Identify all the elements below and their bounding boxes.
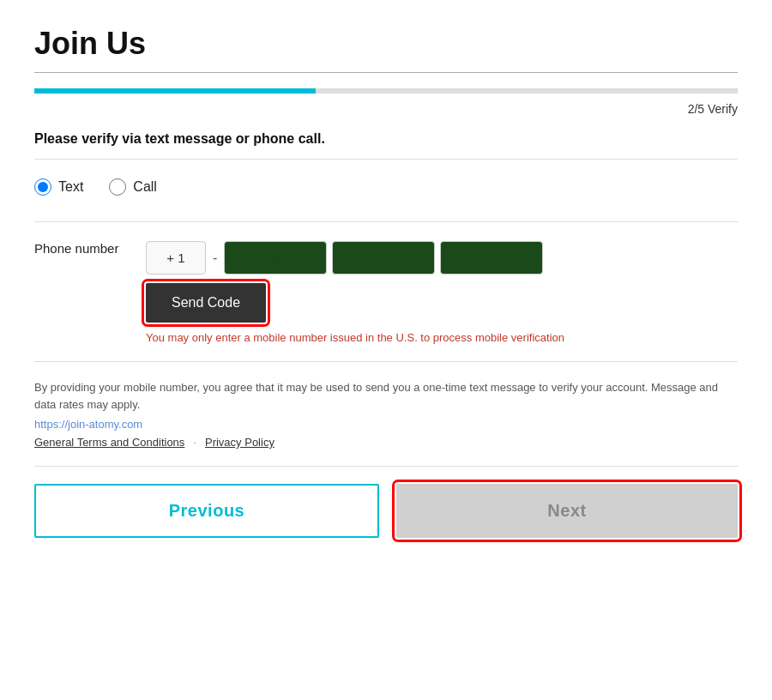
terms-link[interactable]: General Terms and Conditions xyxy=(34,436,184,449)
phone-inputs: - xyxy=(146,241,543,275)
phone-dash: - xyxy=(211,250,219,266)
nav-buttons: Previous Next xyxy=(34,484,738,538)
section-divider-1 xyxy=(34,159,738,160)
phone-area: Phone number - xyxy=(34,241,738,275)
policy-links: General Terms and Conditions · Privacy P… xyxy=(34,436,738,449)
step-label: 2/5 Verify xyxy=(34,102,738,116)
section-divider-2 xyxy=(34,221,738,222)
previous-button[interactable]: Previous xyxy=(34,484,379,538)
phone-inputs-container: - xyxy=(146,241,543,275)
radio-option-text[interactable]: Text xyxy=(34,178,83,196)
phone-label: Phone number xyxy=(34,241,146,256)
privacy-link[interactable]: Privacy Policy xyxy=(205,436,274,449)
phone-segment-3[interactable] xyxy=(440,241,543,275)
phone-section-divider xyxy=(34,361,738,362)
radio-text-label: Text xyxy=(58,179,83,195)
error-message: You may only enter a mobile number issue… xyxy=(146,331,738,344)
phone-segment-2[interactable] xyxy=(332,241,435,275)
next-button[interactable]: Next xyxy=(396,484,738,538)
phone-country-code[interactable] xyxy=(146,241,206,275)
policy-divider: · xyxy=(193,436,196,449)
send-code-button[interactable]: Send Code xyxy=(146,283,266,323)
consent-text: By providing your mobile number, you agr… xyxy=(34,379,738,413)
radio-text[interactable] xyxy=(34,178,51,196)
page-title: Join Us xyxy=(34,26,738,62)
progress-bar-container xyxy=(34,88,738,94)
bottom-divider xyxy=(34,466,738,467)
radio-call-label: Call xyxy=(133,179,157,195)
watermark-link[interactable]: https://join-atomy.com xyxy=(34,418,738,431)
phone-segment-1[interactable] xyxy=(224,241,327,275)
radio-call[interactable] xyxy=(109,178,126,196)
verify-instruction: Please verify via text message or phone … xyxy=(34,131,738,147)
progress-bar-fill xyxy=(34,88,316,94)
radio-option-call[interactable]: Call xyxy=(109,178,157,196)
title-divider xyxy=(34,72,738,73)
verification-method-group: Text Call xyxy=(34,178,738,196)
send-code-section: Send Code xyxy=(146,283,738,323)
